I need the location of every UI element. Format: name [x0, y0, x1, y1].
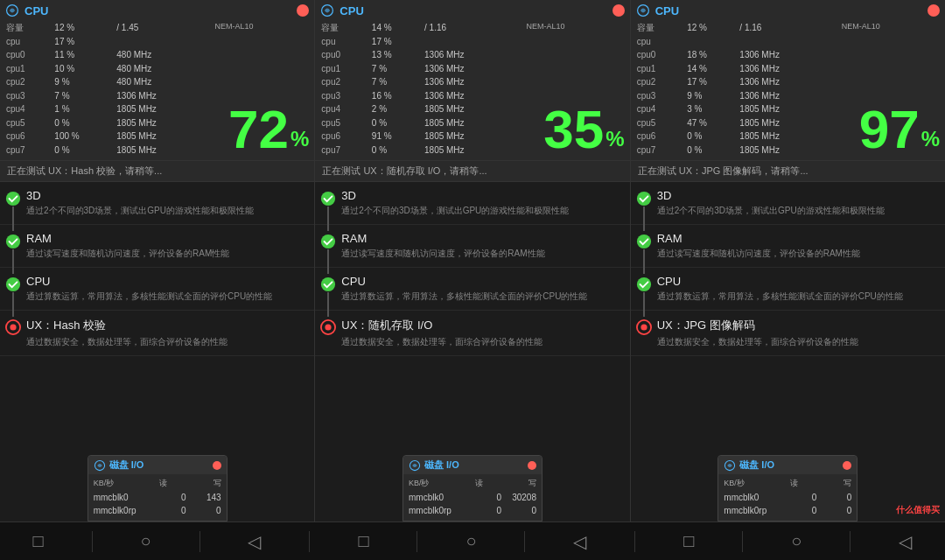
disk-close-button[interactable] — [843, 461, 851, 470]
core-freq-6: 1805 MHz — [424, 130, 524, 144]
cpu-overall-value: 17 % — [53, 35, 213, 49]
core-label-2: cpu2 — [320, 75, 371, 89]
benchmark-title-3: UX：JPG 图像解码 — [657, 318, 936, 333]
check-icon — [320, 234, 336, 249]
benchmark-title-1: RAM — [341, 232, 620, 245]
close-button[interactable] — [297, 4, 309, 17]
svg-point-10 — [321, 277, 335, 291]
benchmark-title-2: CPU — [26, 275, 305, 288]
disk-close-button[interactable] — [213, 461, 221, 470]
svg-point-16 — [637, 234, 651, 248]
svg-point-19 — [640, 324, 647, 330]
benchmark-item-0: 3D 通过2个不同的3D场景，测试出GPU的游戏性能和极限性能 — [0, 182, 314, 225]
benchmark-item-2: CPU 通过算数运算，常用算法，多核性能测试全面的评价CPU的性能 — [0, 268, 314, 311]
recent-apps-button[interactable]: □ — [15, 528, 60, 555]
disk-read-0: 0 — [466, 491, 501, 504]
core-freq-4: 1805 MHz — [738, 102, 839, 116]
disk-dev-1: mmcblk0rp — [409, 504, 466, 517]
disk-title: 磁盘 I/O — [724, 458, 774, 472]
nav-divider5 — [524, 531, 525, 552]
nav-divider1 — [92, 531, 93, 552]
cpu-icon — [636, 4, 650, 18]
nav-divider6 — [634, 531, 635, 552]
core-pct-0: 11 % — [53, 48, 116, 62]
bottom-nav: □ ○ ◁ □ ○ ◁ □ ○ ◁ — [0, 522, 945, 560]
device-name: NEM-AL10 — [525, 21, 625, 48]
core-label-0: cpu0 — [320, 48, 371, 62]
testing-bar: 正在测试 UX：随机存取 I/O，请稍等... — [315, 160, 629, 182]
cpu-title-text: CPU — [655, 4, 679, 18]
capacity-value: 14 % — [371, 21, 424, 35]
core-label-1: cpu1 — [636, 62, 687, 76]
benchmark-desc-3: 通过数据安全，数据处理等，面综合评价设备的性能 — [26, 336, 305, 348]
core-pct-4: 2 % — [371, 102, 424, 116]
disk-title: 磁盘 I/O — [94, 458, 144, 472]
svg-point-3 — [6, 277, 20, 291]
core-label-2: cpu2 — [636, 75, 687, 89]
disk-row-0: mmcblk0 0 143 — [94, 491, 221, 504]
core-freq-4: 1805 MHz — [424, 102, 524, 116]
core-freq-3: 1306 MHz — [116, 89, 213, 103]
cpu-title: CPU — [320, 4, 363, 18]
cpu-title: CPU — [636, 4, 679, 18]
disk-write-1: 0 — [186, 504, 221, 517]
cpu-title-text: CPU — [340, 4, 363, 18]
disk-header-row: KB/秒 读 写 — [724, 478, 851, 489]
back-button[interactable]: ◁ — [230, 528, 278, 556]
home-button3[interactable]: ○ — [774, 528, 819, 555]
disk-close-button[interactable] — [528, 461, 536, 470]
core-label-7: cpu7 — [636, 144, 687, 158]
back-button3[interactable]: ◁ — [881, 528, 929, 556]
disk-overlay-2: 磁盘 I/O KB/秒 读 写 mmcblk0 0 30208 mmcblk0r… — [402, 455, 542, 522]
benchmark-title-2: CPU — [657, 275, 936, 288]
close-button[interactable] — [928, 4, 940, 17]
disk-row-1: mmcblk0rp 0 0 — [94, 504, 221, 517]
cpu-title-bar: CPU — [320, 4, 624, 18]
cpu-icon — [320, 4, 334, 18]
back-button2[interactable]: ◁ — [556, 528, 604, 556]
cpu-overall-label: cpu — [320, 35, 371, 49]
benchmark-desc-1: 通过读写速度和随机访问速度，评价设备的RAM性能 — [657, 248, 936, 260]
core-label-6: cpu6 — [636, 130, 687, 144]
recent-apps-button2[interactable]: □ — [340, 528, 386, 555]
cpu-icon — [5, 4, 19, 18]
home-button2[interactable]: ○ — [448, 528, 494, 555]
core-freq-3: 1306 MHz — [738, 89, 839, 103]
benchmark-desc-1: 通过读写速度和随机访问速度，评价设备的RAM性能 — [341, 248, 620, 260]
core-pct-1: 14 % — [686, 62, 738, 76]
recent-apps-button3[interactable]: □ — [666, 528, 711, 555]
svg-point-12 — [326, 324, 332, 330]
core-pct-7: 0 % — [371, 144, 424, 158]
capacity-value: 12 % — [686, 21, 738, 35]
cpu-overall-value: 17 % — [371, 35, 525, 49]
svg-point-5 — [10, 324, 16, 330]
core-label-7: cpu7 — [320, 144, 371, 158]
disk-content: KB/秒 读 写 mmcblk0 0 143 mmcblk0rp 0 0 — [88, 474, 227, 521]
check-icon — [5, 191, 21, 206]
pct-sign: % — [921, 129, 940, 150]
core-pct-7: 0 % — [686, 144, 738, 158]
panel-3: CPU 容量12 %/ 1.16NEM-AL10 cpu cpu018 %130… — [631, 0, 945, 522]
home-button[interactable]: ○ — [122, 528, 168, 555]
benchmark-item-2: CPU 通过算数运算，常用算法，多核性能测试全面的评价CPU的性能 — [631, 268, 945, 311]
core-pct-6: 91 % — [371, 130, 424, 144]
cpu-overall-value — [686, 35, 840, 49]
close-button[interactable] — [612, 4, 625, 17]
svg-point-9 — [321, 234, 335, 248]
cpu-overall-label: cpu — [636, 35, 687, 49]
core-label-5: cpu5 — [320, 116, 371, 130]
core-label-5: cpu5 — [636, 116, 687, 130]
core-freq-3: 1306 MHz — [424, 89, 524, 103]
nav-divider4 — [416, 531, 417, 552]
cpu-title-bar: CPU — [636, 4, 940, 18]
benchmark-title-1: RAM — [26, 232, 305, 245]
panels-container: CPU 容量12 %/ 1.45NEM-AL10 cpu17 % cpu011 … — [0, 0, 945, 522]
core-pct-2: 7 % — [371, 75, 424, 89]
benchmark-title-3: UX：随机存取 I/O — [341, 318, 620, 333]
core-label-6: cpu6 — [320, 130, 371, 144]
core-label-4: cpu4 — [636, 102, 687, 116]
active-icon — [320, 319, 336, 335]
disk-icon — [94, 459, 106, 472]
core-label-6: cpu6 — [5, 130, 53, 144]
benchmark-title-1: RAM — [657, 232, 936, 245]
